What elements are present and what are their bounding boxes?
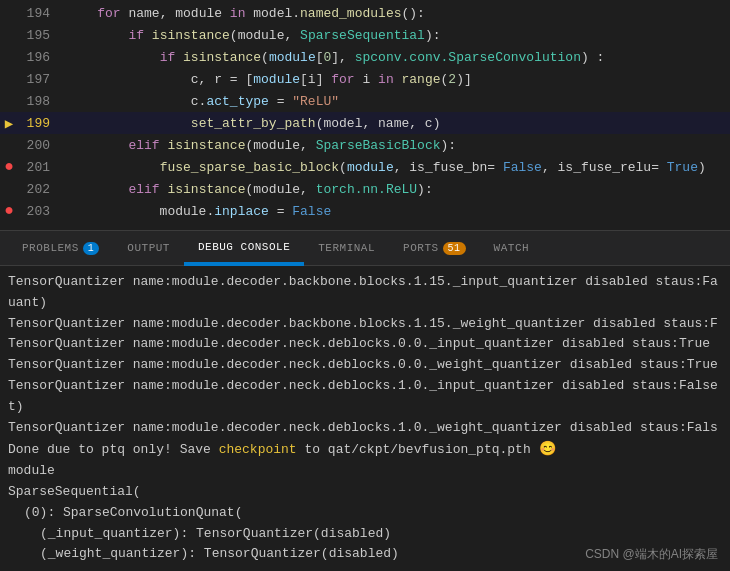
tab-output[interactable]: OUTPUT xyxy=(113,231,184,266)
tab-output-label: OUTPUT xyxy=(127,242,170,254)
line-number-195: 195 xyxy=(18,28,66,43)
code-line-196: 196 if isinstance(module[0], spconv.conv… xyxy=(0,46,730,68)
tab-problems[interactable]: PROBLEMS 1 xyxy=(8,231,113,266)
console-line-12: (_weight_quantizer): TensorQuantizer(dis… xyxy=(8,544,722,565)
tab-debug-console[interactable]: DEBUG CONSOLE xyxy=(184,231,304,266)
bottom-panel: PROBLEMS 1 OUTPUT DEBUG CONSOLE TERMINAL… xyxy=(0,230,730,571)
line-number-194: 194 xyxy=(18,6,66,21)
code-line-195: 195 if isinstance(module, SparseSequenti… xyxy=(0,24,730,46)
tab-watch-label: WATCH xyxy=(494,242,530,254)
gutter-dot-203: ● xyxy=(0,202,18,220)
panel-tabs: PROBLEMS 1 OUTPUT DEBUG CONSOLE TERMINAL… xyxy=(0,231,730,266)
console-line-11: (_input_quantizer): TensorQuantizer(disa… xyxy=(8,524,722,545)
line-content-198: c.act_type = "ReLU" xyxy=(66,94,730,109)
line-content-194: for name, module in model.named_modules(… xyxy=(66,6,730,21)
tab-problems-badge: 1 xyxy=(83,242,100,255)
gutter-dot-201: ● xyxy=(0,158,18,176)
console-line-5: TensorQuantizer name:module.decoder.neck… xyxy=(8,376,722,418)
line-content-201: fuse_sparse_basic_block(module, is_fuse_… xyxy=(66,160,730,175)
console-line-1: TensorQuantizer name:module.decoder.back… xyxy=(8,272,722,314)
line-number-198: 198 xyxy=(18,94,66,109)
tab-debug-label: DEBUG CONSOLE xyxy=(198,241,290,253)
console-line-2: TensorQuantizer name:module.decoder.back… xyxy=(8,314,722,335)
line-content-203: module.inplace = False xyxy=(66,204,730,219)
console-line-6: TensorQuantizer name:module.decoder.neck… xyxy=(8,418,722,439)
tab-ports[interactable]: PORTS 51 xyxy=(389,231,480,266)
line-content-195: if isinstance(module, SparseSequential): xyxy=(66,28,730,43)
console-line-8: module xyxy=(8,461,722,482)
console-line-13: › ) xyxy=(8,565,722,571)
tab-terminal-label: TERMINAL xyxy=(318,242,375,254)
line-content-202: elif isinstance(module, torch.nn.ReLU): xyxy=(66,182,730,197)
line-number-203: 203 xyxy=(18,204,66,219)
line-content-197: c, r = [module[i] for i in range(2)] xyxy=(66,72,730,87)
code-line-194: 194 for name, module in model.named_modu… xyxy=(0,2,730,24)
console-line-9: SparseSequential( xyxy=(8,482,722,503)
tab-problems-label: PROBLEMS xyxy=(22,242,79,254)
line-content-196: if isinstance(module[0], spconv.conv.Spa… xyxy=(66,50,730,65)
code-editor: 194 for name, module in model.named_modu… xyxy=(0,0,730,230)
line-number-197: 197 xyxy=(18,72,66,87)
tab-ports-label: PORTS xyxy=(403,242,439,254)
tab-ports-badge: 51 xyxy=(443,242,466,255)
line-number-202: 202 xyxy=(18,182,66,197)
line-number-200: 200 xyxy=(18,138,66,153)
code-line-198: 198 c.act_type = "ReLU" xyxy=(0,90,730,112)
line-content-199: set_attr_by_path(model, name, c) xyxy=(66,116,730,131)
console-line-10: (0): SparseConvolutionQunat( xyxy=(8,503,722,524)
code-line-203: ● 203 module.inplace = False xyxy=(0,200,730,222)
line-number-199: 199 xyxy=(18,116,66,131)
gutter-arrow-199: ▶ xyxy=(0,115,18,132)
line-number-201: 201 xyxy=(18,160,66,175)
code-line-197: 197 c, r = [module[i] for i in range(2)] xyxy=(0,68,730,90)
tab-terminal[interactable]: TERMINAL xyxy=(304,231,389,266)
code-line-200: 200 elif isinstance(module, SparseBasicB… xyxy=(0,134,730,156)
panel-wrapper: TensorQuantizer name:module.decoder.back… xyxy=(0,266,730,571)
console-line-3: TensorQuantizer name:module.decoder.neck… xyxy=(8,334,722,355)
console-line-7: Done due to ptq only! Save checkpoint to… xyxy=(8,438,722,461)
debug-console-content[interactable]: TensorQuantizer name:module.decoder.back… xyxy=(0,266,730,571)
code-lines: 194 for name, module in model.named_modu… xyxy=(0,0,730,224)
line-content-200: elif isinstance(module, SparseBasicBlock… xyxy=(66,138,730,153)
code-line-202: 202 elif isinstance(module, torch.nn.ReL… xyxy=(0,178,730,200)
code-line-201: ● 201 fuse_sparse_basic_block(module, is… xyxy=(0,156,730,178)
code-line-199: ▶ 199 set_attr_by_path(model, name, c) xyxy=(0,112,730,134)
console-line-4: TensorQuantizer name:module.decoder.neck… xyxy=(8,355,722,376)
tab-watch[interactable]: WATCH xyxy=(480,231,544,266)
line-number-196: 196 xyxy=(18,50,66,65)
